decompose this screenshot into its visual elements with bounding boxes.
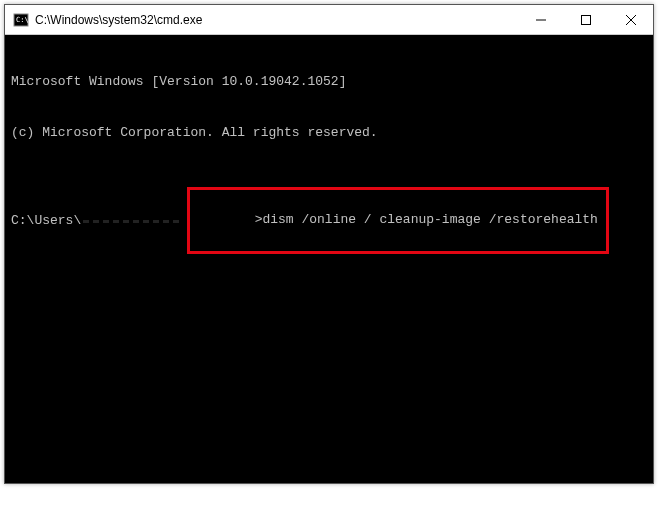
redacted-username (83, 214, 179, 228)
cmd-window: C:\ C:\Windows\system32\cmd.exe Microsof… (4, 4, 654, 484)
close-button[interactable] (608, 5, 653, 34)
maximize-button[interactable] (563, 5, 608, 34)
terminal-area[interactable]: Microsoft Windows [Version 10.0.19042.10… (5, 35, 653, 483)
prompt-row: C:\Users\ >dism /online / cleanup-image … (11, 187, 647, 254)
version-line: Microsoft Windows [Version 10.0.19042.10… (11, 73, 647, 90)
command-highlight: >dism /online / cleanup-image /restorehe… (187, 187, 609, 254)
prompt-prefix: C:\Users\ (11, 212, 81, 229)
title-text: C:\Windows\system32\cmd.exe (35, 13, 518, 27)
command-text: >dism /online / cleanup-image /restorehe… (255, 212, 598, 227)
title-bar: C:\ C:\Windows\system32\cmd.exe (5, 5, 653, 35)
minimize-button[interactable] (518, 5, 563, 34)
svg-rect-3 (581, 15, 590, 24)
window-controls (518, 5, 653, 34)
cmd-icon: C:\ (13, 12, 29, 28)
svg-text:C:\: C:\ (16, 16, 29, 24)
copyright-line: (c) Microsoft Corporation. All rights re… (11, 124, 647, 141)
